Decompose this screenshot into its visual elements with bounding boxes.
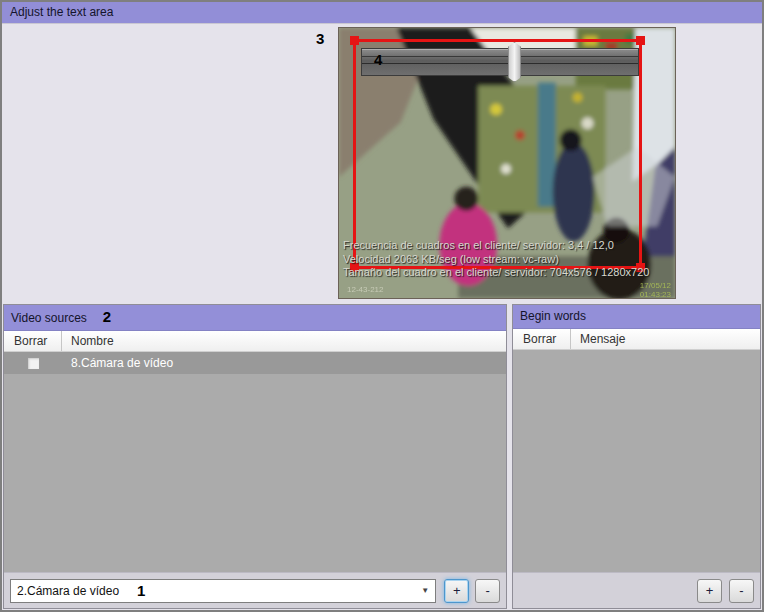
stream-stats-overlay: Frecuencia de cuadros en el cliente/ ser… (343, 239, 649, 280)
cctv-camera-label: 12-43-212 (347, 285, 383, 294)
column-header-borrar: Borrar (513, 329, 571, 349)
adjust-text-area-window: Adjust the text area 3 (0, 0, 764, 612)
text-area-selection-rect[interactable] (353, 39, 642, 269)
begin-words-panel: Begin words Borrar Mensaje + - (512, 304, 761, 609)
remove-video-source-button[interactable]: - (475, 579, 500, 603)
timestamp-date: 17/05/12 (640, 281, 671, 290)
timestamp-time: 01:43:23 (640, 290, 671, 299)
remove-begin-word-button[interactable]: - (729, 579, 754, 603)
window-title: Adjust the text area (2, 2, 762, 24)
begin-words-list-area[interactable] (513, 350, 760, 572)
callout-3: 3 (316, 30, 324, 47)
selection-handle-top-left[interactable] (350, 36, 359, 45)
begin-words-title: Begin words (520, 309, 586, 323)
column-header-borrar: Borrar (4, 331, 62, 351)
camera-combobox[interactable]: 2.Cámara de vídeo 1 ▼ (10, 579, 436, 603)
begin-words-header: Begin words (513, 305, 760, 329)
stats-line-bitrate: Velocidad 2063 KB/seg (low stream: vc-ra… (343, 253, 649, 267)
add-begin-word-button[interactable]: + (697, 579, 722, 603)
selection-handle-top-right[interactable] (636, 36, 645, 45)
video-sources-footer: 2.Cámara de vídeo 1 ▼ + - (4, 572, 506, 608)
cctv-timestamp: 17/05/12 01:43:23 (640, 281, 671, 299)
video-sources-panel: Video sources2 Borrar Nombre 8.Cámara de… (3, 304, 507, 609)
begin-words-footer: + - (513, 572, 760, 608)
video-source-row[interactable]: 8.Cámara de vídeo (4, 352, 506, 374)
delete-checkbox[interactable] (27, 357, 40, 370)
stats-line-framerate: Frecuencia de cuadros en el cliente/ ser… (343, 239, 649, 253)
video-preview[interactable]: 4 Frecuencia de cuadros en el cliente/ s… (338, 27, 676, 299)
borrar-cell (4, 357, 62, 370)
callout-1: 1 (137, 582, 145, 599)
column-header-mensaje: Mensaje (571, 329, 625, 349)
column-header-nombre: Nombre (62, 331, 114, 351)
stats-line-framesize: Tamaño del cuadro en el cliente/ servido… (343, 266, 649, 280)
video-sources-list-area[interactable] (4, 374, 506, 572)
video-sources-table-header: Borrar Nombre (4, 331, 506, 352)
begin-words-table-header: Borrar Mensaje (513, 329, 760, 350)
chevron-down-icon[interactable]: ▼ (415, 580, 435, 602)
video-sources-title: Video sources (11, 311, 87, 325)
camera-combobox-value: 2.Cámara de vídeo (11, 584, 119, 598)
bottom-panels: Video sources2 Borrar Nombre 8.Cámara de… (3, 304, 761, 609)
video-source-name: 8.Cámara de vídeo (62, 356, 173, 370)
video-sources-header: Video sources2 (4, 305, 506, 331)
add-video-source-button[interactable]: + (444, 579, 469, 603)
callout-2: 2 (103, 308, 111, 325)
